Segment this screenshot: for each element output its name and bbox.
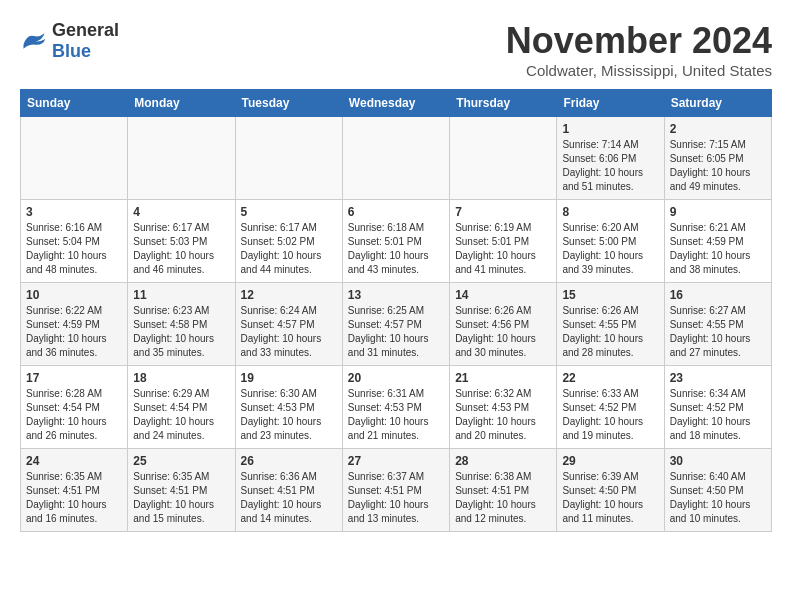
calendar-cell: 7Sunrise: 6:19 AMSunset: 5:01 PMDaylight… [450, 200, 557, 283]
calendar-cell: 6Sunrise: 6:18 AMSunset: 5:01 PMDaylight… [342, 200, 449, 283]
daylight-text: Daylight: 10 hours and 10 minutes. [670, 499, 751, 524]
calendar-cell: 1Sunrise: 7:14 AMSunset: 6:06 PMDaylight… [557, 117, 664, 200]
day-number: 10 [26, 288, 122, 302]
daylight-text: Daylight: 10 hours and 44 minutes. [241, 250, 322, 275]
day-info: Sunrise: 6:32 AMSunset: 4:53 PMDaylight:… [455, 387, 551, 443]
day-info: Sunrise: 6:18 AMSunset: 5:01 PMDaylight:… [348, 221, 444, 277]
calendar-header-row: SundayMondayTuesdayWednesdayThursdayFrid… [21, 90, 772, 117]
sunset-text: Sunset: 5:03 PM [133, 236, 207, 247]
daylight-text: Daylight: 10 hours and 38 minutes. [670, 250, 751, 275]
sunrise-text: Sunrise: 6:27 AM [670, 305, 746, 316]
sunrise-text: Sunrise: 6:29 AM [133, 388, 209, 399]
day-info: Sunrise: 6:29 AMSunset: 4:54 PMDaylight:… [133, 387, 229, 443]
day-info: Sunrise: 6:35 AMSunset: 4:51 PMDaylight:… [26, 470, 122, 526]
sunrise-text: Sunrise: 6:26 AM [562, 305, 638, 316]
day-number: 26 [241, 454, 337, 468]
logo-text: General Blue [52, 20, 119, 62]
calendar-cell: 22Sunrise: 6:33 AMSunset: 4:52 PMDayligh… [557, 366, 664, 449]
sunset-text: Sunset: 4:57 PM [241, 319, 315, 330]
sunset-text: Sunset: 4:51 PM [241, 485, 315, 496]
day-info: Sunrise: 6:26 AMSunset: 4:56 PMDaylight:… [455, 304, 551, 360]
sunrise-text: Sunrise: 6:26 AM [455, 305, 531, 316]
logo: General Blue [20, 20, 119, 62]
daylight-text: Daylight: 10 hours and 35 minutes. [133, 333, 214, 358]
sunrise-text: Sunrise: 6:37 AM [348, 471, 424, 482]
daylight-text: Daylight: 10 hours and 51 minutes. [562, 167, 643, 192]
day-info: Sunrise: 6:34 AMSunset: 4:52 PMDaylight:… [670, 387, 766, 443]
column-header-sunday: Sunday [21, 90, 128, 117]
calendar-week-row: 24Sunrise: 6:35 AMSunset: 4:51 PMDayligh… [21, 449, 772, 532]
day-info: Sunrise: 6:27 AMSunset: 4:55 PMDaylight:… [670, 304, 766, 360]
day-info: Sunrise: 6:21 AMSunset: 4:59 PMDaylight:… [670, 221, 766, 277]
logo-icon [20, 30, 48, 52]
day-info: Sunrise: 7:15 AMSunset: 6:05 PMDaylight:… [670, 138, 766, 194]
sunrise-text: Sunrise: 6:33 AM [562, 388, 638, 399]
daylight-text: Daylight: 10 hours and 21 minutes. [348, 416, 429, 441]
sunset-text: Sunset: 4:54 PM [133, 402, 207, 413]
sunset-text: Sunset: 6:05 PM [670, 153, 744, 164]
day-number: 30 [670, 454, 766, 468]
daylight-text: Daylight: 10 hours and 48 minutes. [26, 250, 107, 275]
daylight-text: Daylight: 10 hours and 23 minutes. [241, 416, 322, 441]
daylight-text: Daylight: 10 hours and 46 minutes. [133, 250, 214, 275]
day-info: Sunrise: 6:31 AMSunset: 4:53 PMDaylight:… [348, 387, 444, 443]
column-header-thursday: Thursday [450, 90, 557, 117]
day-number: 17 [26, 371, 122, 385]
calendar-cell: 26Sunrise: 6:36 AMSunset: 4:51 PMDayligh… [235, 449, 342, 532]
calendar-cell: 19Sunrise: 6:30 AMSunset: 4:53 PMDayligh… [235, 366, 342, 449]
calendar-cell: 18Sunrise: 6:29 AMSunset: 4:54 PMDayligh… [128, 366, 235, 449]
day-info: Sunrise: 6:28 AMSunset: 4:54 PMDaylight:… [26, 387, 122, 443]
daylight-text: Daylight: 10 hours and 20 minutes. [455, 416, 536, 441]
sunrise-text: Sunrise: 6:31 AM [348, 388, 424, 399]
calendar-cell: 24Sunrise: 6:35 AMSunset: 4:51 PMDayligh… [21, 449, 128, 532]
calendar-cell [235, 117, 342, 200]
day-info: Sunrise: 7:14 AMSunset: 6:06 PMDaylight:… [562, 138, 658, 194]
day-number: 7 [455, 205, 551, 219]
calendar-cell: 2Sunrise: 7:15 AMSunset: 6:05 PMDaylight… [664, 117, 771, 200]
daylight-text: Daylight: 10 hours and 39 minutes. [562, 250, 643, 275]
sunrise-text: Sunrise: 6:21 AM [670, 222, 746, 233]
sunrise-text: Sunrise: 7:14 AM [562, 139, 638, 150]
daylight-text: Daylight: 10 hours and 14 minutes. [241, 499, 322, 524]
sunset-text: Sunset: 5:04 PM [26, 236, 100, 247]
sunset-text: Sunset: 4:56 PM [455, 319, 529, 330]
sunrise-text: Sunrise: 6:17 AM [133, 222, 209, 233]
sunrise-text: Sunrise: 6:17 AM [241, 222, 317, 233]
calendar-cell: 9Sunrise: 6:21 AMSunset: 4:59 PMDaylight… [664, 200, 771, 283]
column-header-friday: Friday [557, 90, 664, 117]
calendar-cell: 25Sunrise: 6:35 AMSunset: 4:51 PMDayligh… [128, 449, 235, 532]
daylight-text: Daylight: 10 hours and 27 minutes. [670, 333, 751, 358]
day-number: 23 [670, 371, 766, 385]
calendar-cell [450, 117, 557, 200]
day-number: 16 [670, 288, 766, 302]
day-info: Sunrise: 6:30 AMSunset: 4:53 PMDaylight:… [241, 387, 337, 443]
daylight-text: Daylight: 10 hours and 30 minutes. [455, 333, 536, 358]
month-year-title: November 2024 [506, 20, 772, 62]
sunset-text: Sunset: 4:53 PM [241, 402, 315, 413]
day-number: 15 [562, 288, 658, 302]
column-header-saturday: Saturday [664, 90, 771, 117]
title-section: November 2024 Coldwater, Mississippi, Un… [506, 20, 772, 79]
day-info: Sunrise: 6:26 AMSunset: 4:55 PMDaylight:… [562, 304, 658, 360]
calendar-cell: 20Sunrise: 6:31 AMSunset: 4:53 PMDayligh… [342, 366, 449, 449]
sunset-text: Sunset: 4:55 PM [562, 319, 636, 330]
day-number: 27 [348, 454, 444, 468]
day-number: 8 [562, 205, 658, 219]
daylight-text: Daylight: 10 hours and 36 minutes. [26, 333, 107, 358]
calendar-cell: 17Sunrise: 6:28 AMSunset: 4:54 PMDayligh… [21, 366, 128, 449]
column-header-monday: Monday [128, 90, 235, 117]
calendar-cell: 27Sunrise: 6:37 AMSunset: 4:51 PMDayligh… [342, 449, 449, 532]
daylight-text: Daylight: 10 hours and 15 minutes. [133, 499, 214, 524]
sunset-text: Sunset: 5:01 PM [455, 236, 529, 247]
calendar-cell [342, 117, 449, 200]
day-info: Sunrise: 6:39 AMSunset: 4:50 PMDaylight:… [562, 470, 658, 526]
sunrise-text: Sunrise: 7:15 AM [670, 139, 746, 150]
day-info: Sunrise: 6:36 AMSunset: 4:51 PMDaylight:… [241, 470, 337, 526]
sunrise-text: Sunrise: 6:40 AM [670, 471, 746, 482]
calendar-cell: 30Sunrise: 6:40 AMSunset: 4:50 PMDayligh… [664, 449, 771, 532]
sunset-text: Sunset: 4:52 PM [670, 402, 744, 413]
calendar-cell: 28Sunrise: 6:38 AMSunset: 4:51 PMDayligh… [450, 449, 557, 532]
calendar-cell: 29Sunrise: 6:39 AMSunset: 4:50 PMDayligh… [557, 449, 664, 532]
day-number: 9 [670, 205, 766, 219]
day-info: Sunrise: 6:19 AMSunset: 5:01 PMDaylight:… [455, 221, 551, 277]
